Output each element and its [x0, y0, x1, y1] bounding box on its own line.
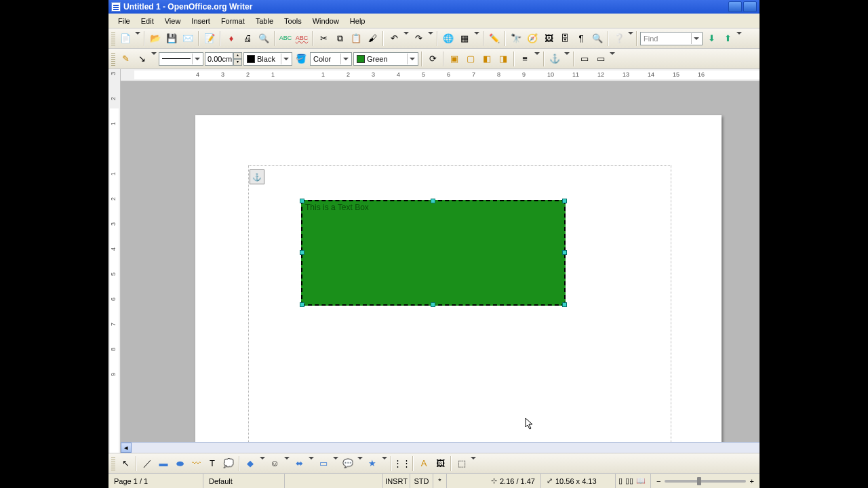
to-foreground-button[interactable]: ▣ — [447, 52, 462, 66]
alignment-dropdown[interactable] — [534, 52, 540, 66]
line-dropdown[interactable] — [151, 52, 157, 66]
select-tool[interactable]: ↖ — [118, 456, 133, 471]
resize-handle-bl[interactable] — [300, 302, 304, 307]
callouts-tool[interactable]: 💬 — [340, 456, 355, 471]
resize-handle-t[interactable] — [431, 199, 435, 203]
find-replace-button[interactable]: 🔭 — [509, 31, 524, 46]
datasources-button[interactable]: 🗄 — [557, 31, 572, 46]
ellipse-tool[interactable]: ⬬ — [172, 456, 187, 471]
horizontal-scrollbar[interactable]: ◂ — [121, 442, 760, 453]
status-sig[interactable]: * — [433, 474, 447, 488]
redo-dropdown[interactable] — [427, 31, 434, 46]
help-button[interactable]: ❔ — [612, 31, 627, 46]
new-button[interactable]: 📄 — [118, 31, 133, 46]
navigator-button[interactable]: 🧭 — [525, 31, 540, 46]
book-icon[interactable]: 📖 — [635, 476, 647, 485]
document-canvas[interactable]: ⚓ This is a Text Box — [121, 81, 760, 442]
send-back-button[interactable]: ◨ — [496, 52, 511, 66]
multi-page-icon[interactable]: ▯▯ — [624, 476, 635, 485]
stars-dropdown[interactable] — [381, 456, 388, 471]
zoom-control[interactable]: − + — [651, 474, 760, 488]
area-button[interactable]: 🪣 — [294, 52, 309, 66]
find-next-button[interactable]: ⬇ — [704, 31, 719, 46]
anchor-button[interactable]: ⚓ — [547, 52, 562, 66]
new-dropdown[interactable] — [134, 31, 141, 46]
edit-file-button[interactable]: 📝 — [202, 31, 217, 46]
toolbar-options[interactable] — [628, 31, 633, 46]
status-pos-cell[interactable]: ⊹ 2.16 / 1.47 — [447, 474, 541, 488]
menu-help[interactable]: Help — [344, 16, 371, 26]
open-button[interactable]: 📂 — [148, 31, 163, 46]
find-input[interactable]: Find — [640, 32, 703, 45]
menu-insert[interactable]: Insert — [186, 16, 216, 26]
zoom-button[interactable]: 🔍 — [590, 31, 605, 46]
anchor-marker[interactable]: ⚓ — [250, 169, 264, 184]
alignment-button[interactable]: ≡ — [517, 52, 532, 66]
resize-handle-l[interactable] — [300, 250, 304, 255]
table-button[interactable]: ▦ — [457, 31, 472, 46]
spin-down[interactable]: ▾ — [233, 59, 242, 66]
resize-handle-tr[interactable] — [562, 199, 567, 203]
resize-handle-tl[interactable] — [300, 199, 304, 203]
extrusion-button[interactable]: ⬚ — [454, 456, 469, 471]
toolbar-grip[interactable] — [111, 457, 115, 470]
format-paintbrush-button[interactable]: 🖌 — [365, 31, 380, 46]
ungroup-button[interactable]: ▭ — [577, 52, 592, 66]
resize-handle-b[interactable] — [431, 302, 435, 307]
findbar-options[interactable] — [736, 31, 742, 46]
line-tool[interactable]: ／ — [140, 456, 155, 471]
export-pdf-button[interactable]: ♦ — [224, 31, 239, 46]
freeform-tool[interactable]: 〰 — [189, 456, 203, 471]
undo-dropdown[interactable] — [403, 31, 410, 46]
status-sel[interactable]: STD — [410, 474, 433, 488]
to-background-button[interactable]: ▢ — [463, 52, 478, 66]
resize-handle-r[interactable] — [562, 250, 567, 255]
menu-format[interactable]: Format — [216, 16, 250, 26]
text-box-shape[interactable]: This is a Text Box — [301, 200, 566, 306]
text-tool[interactable]: T — [205, 456, 220, 471]
restore-button[interactable] — [743, 1, 757, 12]
bring-front-button[interactable]: ◧ — [479, 52, 494, 66]
zoom-out-icon[interactable]: − — [656, 477, 660, 485]
hyperlink-button[interactable]: 🌐 — [441, 31, 456, 46]
single-page-icon[interactable]: ▯ — [617, 476, 624, 485]
toolbar-grip[interactable] — [111, 32, 115, 45]
scroll-left-button[interactable]: ◂ — [121, 443, 132, 453]
menu-edit[interactable]: Edit — [136, 16, 159, 26]
zoom-thumb[interactable] — [697, 477, 701, 485]
titlebar[interactable]: Untitled 1 - OpenOffice.org Writer — [108, 0, 760, 14]
page-preview-button[interactable]: 🔍 — [256, 31, 271, 46]
fill-style-select[interactable]: Color — [310, 52, 352, 66]
toolbar-grip[interactable] — [111, 52, 115, 66]
minimize-button[interactable] — [728, 1, 742, 12]
basic-shapes-dropdown[interactable] — [259, 456, 266, 471]
symbol-shapes-tool[interactable]: ☺ — [267, 456, 282, 471]
paste-button[interactable]: 📋 — [349, 31, 363, 46]
group-button[interactable]: ▭ — [593, 52, 608, 66]
nonprinting-button[interactable]: ¶ — [574, 31, 589, 46]
save-button[interactable]: 💾 — [164, 31, 179, 46]
rotate-button[interactable]: ⟳ — [425, 52, 440, 66]
objectbar-options[interactable] — [610, 52, 615, 66]
basic-shapes-tool[interactable]: ◆ — [243, 456, 258, 471]
line-color-select[interactable]: Black — [243, 52, 292, 66]
resize-handle-br[interactable] — [562, 302, 567, 307]
callout-tool[interactable]: 💭 — [221, 456, 236, 471]
find-prev-button[interactable]: ⬆ — [720, 31, 735, 46]
cut-button[interactable]: ✂ — [316, 31, 331, 46]
menu-window[interactable]: Window — [307, 16, 344, 26]
menu-view[interactable]: View — [159, 16, 186, 26]
fill-color-select[interactable]: Green — [353, 52, 418, 66]
drawbar-options[interactable] — [471, 456, 476, 471]
vertical-ruler[interactable]: 321123456789 — [108, 69, 121, 453]
fontwork-button[interactable]: A — [416, 456, 431, 471]
flowchart-tool[interactable]: ▭ — [316, 456, 331, 471]
block-arrows-tool[interactable]: ⬌ — [292, 456, 307, 471]
line-width-value[interactable]: 0.00cm — [205, 52, 233, 66]
horizontal-ruler[interactable]: 432112345678910111213141516 — [121, 69, 760, 81]
spellcheck-button[interactable]: ABC — [278, 31, 293, 46]
menu-file[interactable]: File — [113, 16, 136, 26]
print-button[interactable]: 🖨 — [240, 31, 255, 46]
zoom-in-icon[interactable]: + — [750, 477, 754, 485]
table-dropdown[interactable] — [473, 31, 480, 46]
